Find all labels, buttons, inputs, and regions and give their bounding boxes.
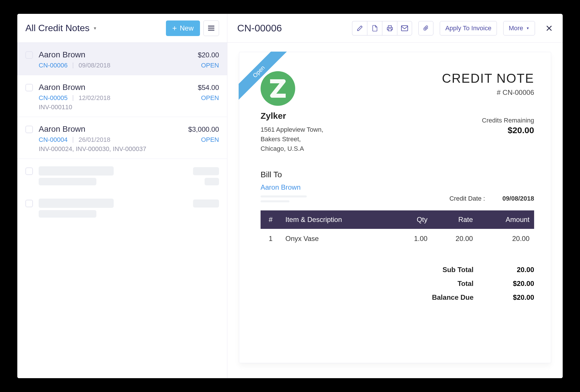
item-checkbox (25, 200, 33, 207)
credit-note-detail: CN-00006 (227, 14, 563, 378)
brand-logo (261, 71, 295, 106)
item-id: CN-00005 (39, 94, 68, 102)
credit-date-label: Credit Date : (449, 195, 485, 202)
sidebar-title: All Credit Notes (25, 23, 89, 33)
apply-to-invoice-label: Apply To Invoice (445, 24, 491, 32)
mail-icon (401, 25, 408, 31)
pencil-icon (357, 25, 363, 31)
document-number: # CN-00006 (442, 88, 534, 97)
new-button-label: New (180, 24, 194, 32)
separator (73, 137, 73, 143)
col-rate: Rate (432, 210, 477, 229)
col-num: # (261, 210, 281, 229)
line-items-table: # Item & Description Qty Rate Amount 1 O… (261, 210, 534, 248)
cell-item: Onyx Vase (281, 229, 393, 248)
item-date: 12/02/2018 (78, 94, 110, 102)
credit-notes-sidebar: All Credit Notes ▼ + New (17, 14, 227, 378)
brand-block: Zylker 1561 Appleview Town, Bakers Stree… (261, 71, 323, 153)
item-date: 09/08/2018 (78, 62, 110, 69)
plus-icon: + (172, 24, 177, 32)
address-placeholder (261, 195, 307, 202)
item-invoices: INV-000024, INV-000030, INV-000037 (39, 145, 219, 153)
close-icon (546, 25, 552, 31)
attach-button[interactable] (418, 21, 433, 35)
bill-to-label: Bill To (261, 170, 307, 179)
col-qty: Qty (393, 210, 432, 229)
print-button[interactable] (382, 21, 397, 35)
table-header-row: # Item & Description Qty Rate Amount (261, 210, 534, 229)
apply-to-invoice-button[interactable]: Apply To Invoice (440, 21, 497, 35)
pdf-button[interactable] (367, 21, 382, 35)
credit-note-item[interactable]: Aaron Brown $3,000.00 CN-00004 26/01/201… (17, 117, 227, 159)
document-scroll[interactable]: Open Zylker 1561 Appleview Town, (227, 43, 563, 378)
col-item: Item & Description (281, 210, 393, 229)
total-label: Total (427, 280, 474, 288)
brand-name: Zylker (261, 111, 323, 121)
document-kind: CREDIT NOTE (442, 71, 534, 86)
detail-title: CN-00006 (237, 22, 282, 34)
credit-note-document: Open Zylker 1561 Appleview Town, (239, 52, 551, 363)
credit-notes-list: Aaron Brown $20.00 CN-00006 09/08/2018 O… (17, 43, 227, 378)
item-status: OPEN (201, 136, 219, 144)
list-menu-button[interactable] (203, 20, 219, 36)
subtotal-value: 20.00 (499, 266, 534, 274)
separator (73, 95, 73, 101)
credit-note-item[interactable]: Aaron Brown $20.00 CN-00006 09/08/2018 O… (17, 43, 227, 75)
credit-note-item[interactable]: Aaron Brown $54.00 CN-00005 12/02/2018 O… (17, 75, 227, 117)
mail-button[interactable] (397, 21, 412, 35)
item-checkbox[interactable] (25, 51, 33, 59)
close-button[interactable] (544, 23, 555, 33)
item-customer-name: Aaron Brown (39, 50, 85, 59)
item-customer-name: Aaron Brown (39, 83, 85, 92)
cell-amount: 20.00 (478, 229, 534, 248)
credit-note-item-skeleton: .. .. (17, 159, 227, 191)
total-value: $20.00 (499, 280, 534, 288)
edit-button[interactable] (352, 21, 367, 35)
item-id: CN-00004 (39, 136, 68, 144)
bill-to-name[interactable]: Aaron Brown (261, 183, 307, 191)
cell-num: 1 (261, 229, 281, 248)
sidebar-header: All Credit Notes ▼ + New (17, 14, 227, 43)
z-logo-icon (269, 78, 287, 99)
cell-rate: 20.00 (432, 229, 477, 248)
col-amount: Amount (478, 210, 534, 229)
detail-header: CN-00006 (227, 14, 563, 43)
item-status: OPEN (201, 62, 219, 69)
item-amount: $3,000.00 (188, 125, 219, 133)
svg-rect-0 (208, 26, 214, 27)
item-date: 26/01/2018 (78, 136, 110, 144)
credits-remaining-label: Credits Remaining (442, 117, 534, 124)
item-checkbox[interactable] (25, 84, 33, 91)
cell-qty: 1.00 (393, 229, 432, 248)
balance-due-label: Balance Due (427, 293, 474, 301)
credit-note-item-skeleton: .. . (17, 191, 227, 223)
paperclip-icon (423, 25, 429, 32)
action-group (352, 21, 412, 35)
doc-meta: CREDIT NOTE # CN-00006 Credits Remaining… (442, 71, 534, 135)
credit-date-value: 09/08/2018 (502, 195, 534, 202)
item-status: OPEN (201, 94, 219, 102)
svg-rect-2 (208, 30, 214, 31)
item-checkbox (25, 167, 33, 175)
item-invoices: INV-000110 (39, 103, 219, 111)
hamburger-icon (208, 26, 214, 31)
item-amount: $54.00 (198, 84, 219, 92)
svg-rect-4 (401, 26, 408, 31)
printer-icon (386, 25, 393, 31)
bill-to-section: Bill To Aaron Brown (261, 170, 307, 202)
more-label: More (509, 24, 523, 32)
credits-remaining-amount: $20.00 (442, 125, 534, 135)
app-window: All Credit Notes ▼ + New (17, 14, 563, 378)
sidebar-filter-dropdown[interactable]: All Credit Notes ▼ (25, 23, 97, 33)
more-button[interactable]: More ▼ (503, 21, 535, 35)
item-customer-name: Aaron Brown (39, 125, 85, 134)
table-row: 1 Onyx Vase 1.00 20.00 20.00 (261, 229, 534, 248)
balance-due-value: $20.00 (499, 293, 534, 301)
caret-down-icon: ▼ (526, 26, 530, 30)
svg-rect-1 (208, 28, 214, 29)
caret-down-icon: ▼ (93, 26, 97, 31)
item-amount: $20.00 (198, 51, 219, 59)
item-checkbox[interactable] (25, 126, 33, 133)
new-button[interactable]: + New (166, 20, 200, 36)
brand-address: 1561 Appleview Town, Bakers Street, Chic… (261, 125, 323, 153)
